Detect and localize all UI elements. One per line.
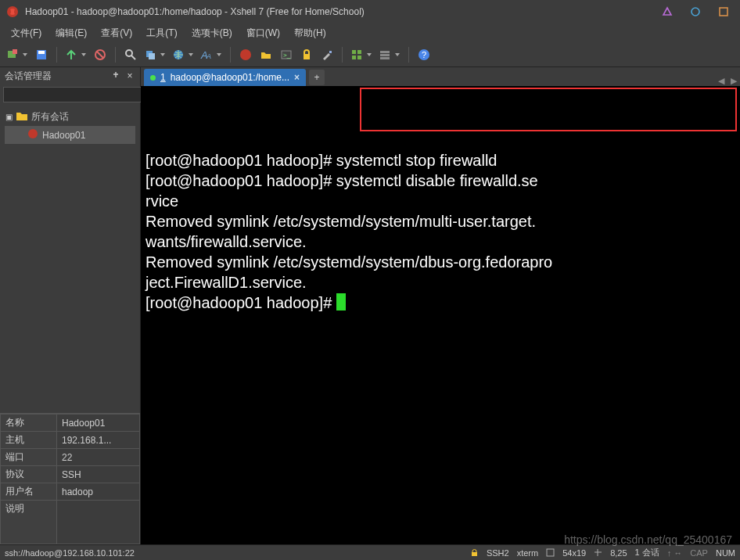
terminal-line: [root@hadoop01 hadoop]# (145, 293, 735, 313)
terminal-output[interactable]: [root@hadoop01 hadoop]# systemctl stop f… (141, 86, 740, 544)
terminal-button[interactable]: >_ (278, 46, 295, 63)
session-label: Hadoop01 (42, 130, 85, 141)
toolbar-separator (56, 47, 57, 63)
prop-label-port: 端口 (1, 449, 57, 466)
copy-button[interactable] (142, 46, 167, 63)
session-item-hadoop01[interactable]: Hadoop01 (5, 126, 135, 144)
globe-button[interactable] (171, 46, 196, 63)
session-tree: ▣ 所有会话 Hadoop01 (0, 105, 140, 413)
svg-line-9 (97, 52, 103, 58)
prop-label-host: 主机 (1, 432, 57, 449)
prop-value-port: 22 (57, 449, 140, 466)
add-tab-button[interactable]: + (309, 70, 325, 85)
prop-label-name: 名称 (1, 415, 57, 432)
square-icon[interactable] (718, 6, 729, 17)
terminal-line: rvice (145, 191, 735, 211)
prop-label-desc: 说明 (1, 501, 57, 544)
search-button[interactable] (122, 46, 139, 63)
menu-file[interactable]: 文件(F) (5, 25, 48, 41)
tab-nav-left[interactable]: ◀ (715, 76, 727, 86)
menu-tools[interactable]: 工具(T) (140, 25, 183, 41)
session-manager-header: 会话管理器 × (0, 67, 140, 84)
status-position: 8,25 (610, 548, 627, 558)
status-caps: CAP (690, 548, 708, 558)
svg-line-11 (131, 56, 135, 59)
prop-value-name: Hadoop01 (57, 415, 140, 432)
svg-rect-27 (380, 54, 390, 56)
svg-rect-24 (352, 56, 356, 59)
menu-edit[interactable]: 编辑(E) (49, 25, 93, 41)
toolbar-separator (230, 47, 231, 63)
font-button[interactable]: AA (199, 46, 224, 63)
status-term: xterm (517, 548, 539, 558)
tab-nav-right[interactable]: ▶ (727, 76, 740, 86)
menu-window[interactable]: 窗口(W) (240, 25, 286, 41)
disconnect-button[interactable] (92, 46, 109, 63)
status-sessions: 1 会话 (635, 547, 659, 558)
pin-icon[interactable] (110, 70, 121, 81)
layout-button[interactable] (349, 46, 374, 63)
session-folder-root[interactable]: ▣ 所有会话 (5, 108, 135, 126)
menu-tab[interactable]: 选项卡(B) (185, 25, 239, 41)
folder-label: 所有会话 (31, 110, 69, 124)
svg-text:A: A (206, 52, 211, 60)
folder-icon (16, 109, 28, 124)
tab-index: 1 (160, 72, 166, 83)
highlight-box (360, 88, 737, 131)
tab-active[interactable]: 1 hadoop@hadoop01:/home... × (144, 69, 306, 86)
close-panel-button[interactable]: × (124, 70, 135, 81)
circle-icon[interactable] (690, 6, 701, 17)
toolbar-separator (342, 47, 343, 63)
tree-twisty-icon[interactable]: ▣ (5, 113, 13, 121)
svg-text:?: ? (422, 50, 426, 59)
terminal-line: [root@hadoop01 hadoop]# systemctl disabl… (145, 171, 735, 191)
menu-help[interactable]: 帮助(H) (288, 25, 332, 41)
toolbar-separator (408, 47, 409, 63)
session-search-row (0, 84, 140, 105)
toolbar: AA >_ ? (0, 42, 740, 67)
svg-rect-3 (720, 8, 727, 16)
svg-rect-23 (357, 50, 361, 54)
help-button[interactable]: ? (415, 46, 433, 63)
prop-value-protocol: SSH (57, 466, 140, 483)
folder-button[interactable] (257, 46, 275, 63)
svg-point-33 (28, 129, 38, 138)
svg-rect-21 (329, 51, 332, 53)
svg-marker-1 (663, 8, 671, 15)
tab-label: hadoop@hadoop01:/home... (171, 72, 289, 83)
svg-text:>_: >_ (283, 52, 291, 59)
arrange-button[interactable] (377, 46, 402, 63)
prop-value-desc (57, 501, 140, 544)
status-arrows: ↑ ↔ (667, 548, 683, 558)
save-session-button[interactable] (33, 46, 50, 63)
prop-label-user: 用户名 (1, 483, 57, 501)
svg-rect-20 (304, 54, 310, 59)
new-session-button[interactable] (5, 46, 30, 63)
menubar: 文件(F) 编辑(E) 查看(V) 工具(T) 选项卡(B) 窗口(W) 帮助(… (0, 23, 740, 42)
triangle-icon[interactable] (662, 6, 673, 17)
session-manager-title: 会话管理器 (5, 70, 52, 83)
svg-rect-34 (472, 552, 477, 556)
session-properties: 名称Hadoop01 主机192.168.1... 端口22 协议SSH 用户名… (0, 413, 140, 544)
status-size: 54x19 (562, 548, 586, 558)
session-manager-panel: 会话管理器 × ▣ 所有会话 Hadoop01 名称Hadoop01 主机192… (0, 67, 141, 544)
connect-button[interactable] (63, 46, 88, 63)
menu-view[interactable]: 查看(V) (95, 25, 138, 41)
status-lock-icon (470, 548, 479, 557)
svg-point-10 (126, 50, 132, 56)
prop-value-host: 192.168.1... (57, 432, 140, 449)
status-pos-icon (594, 548, 602, 557)
svg-rect-7 (38, 51, 45, 54)
terminal-line: Removed symlink /etc/systemd/system/dbus… (145, 252, 735, 272)
app-logo-icon (6, 5, 19, 18)
window-title: Hadoop01 - hadoop@hadoop01:/home/hadoop … (25, 6, 662, 17)
prop-label-protocol: 协议 (1, 466, 57, 483)
session-search-input[interactable] (3, 87, 143, 102)
tab-close-button[interactable]: × (294, 72, 300, 83)
brush-button[interactable] (318, 46, 336, 63)
svg-rect-25 (357, 56, 361, 59)
lock-button[interactable] (298, 46, 315, 63)
status-bar: ssh://hadoop@192.168.10.101:22 SSH2 xter… (0, 544, 740, 560)
svg-rect-22 (352, 50, 356, 54)
xshell-icon-button[interactable] (237, 46, 254, 63)
